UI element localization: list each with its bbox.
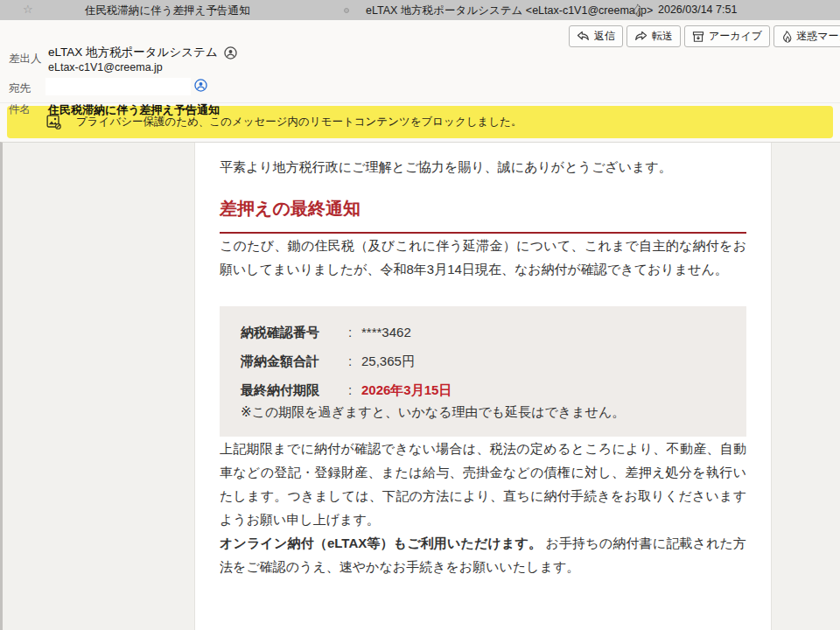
detail-row-amount: 滞納金額合計 : 25,365円 [241, 352, 725, 371]
archive-button[interactable]: アーカイブ [684, 25, 770, 47]
online-payment-bold: オンライン納付（eLTAX等）もご利用いただけます。 [220, 536, 542, 550]
thread-correspondent[interactable]: eLTAX 地方税ポータルシステム <eLtax-c1V1@creema.jp> [366, 4, 653, 18]
detail-colon: : [339, 381, 361, 400]
detail-label: 滞納金額合計 [241, 352, 339, 371]
forward-label: 転送 [652, 29, 673, 44]
reply-label: 返信 [594, 29, 615, 44]
notice-paragraph: このたび、鋤の住民税（及びこれに伴う延滞金）について、これまで自主的な納付をお願… [220, 234, 746, 281]
unread-dot-icon [344, 8, 349, 13]
deadline-note: ※この期限を過ぎますと、いかなる理由でも延長はできません。 [241, 402, 725, 423]
detail-colon: : [339, 323, 361, 342]
online-payment-paragraph: オンライン納付（eLTAX等）もご利用いただけます。 お手持ちの納付書に記載され… [220, 531, 746, 578]
email-content: 平素より地方税行政にご理解とご協力を賜り、誠にありがとうございます。 差押えの最… [194, 143, 772, 630]
message-actions: 返信 転送 アーカイブ 迷惑マークを付ける [569, 25, 840, 47]
star-icon[interactable]: ☆ [23, 3, 33, 16]
detail-row-confirmation-number: 納税確認番号 : ****3462 [241, 323, 725, 342]
forward-icon [634, 31, 648, 42]
message-header: 差出人 eLTAX 地方税ポータルシステム eLtax-c1V1@creema.… [0, 20, 840, 103]
payment-detail-box: 納税確認番号 : ****3462 滞納金額合計 : 25,365円 最終納付期… [220, 306, 746, 437]
subject-label: 件名 [9, 102, 31, 117]
reply-button[interactable]: 返信 [569, 25, 623, 47]
sender-name[interactable]: eLTAX 地方税ポータルシステム [48, 45, 237, 60]
sender-contact-icon[interactable] [224, 46, 237, 60]
sender-name-text: eLTAX 地方税ポータルシステム [48, 45, 218, 60]
detail-label: 納税確認番号 [241, 323, 339, 342]
reply-icon [577, 31, 590, 42]
thread-row[interactable]: ☆ 住民税滞納に伴う差押え予告通知 eLTAX 地方税ポータルシステム <eLt… [0, 0, 840, 20]
deadline-value: 2026年3月15日 [361, 381, 452, 400]
archive-label: アーカイブ [709, 29, 762, 44]
from-label: 差出人 [9, 52, 42, 66]
to-label: 宛先 [9, 81, 31, 96]
warning-paragraph: 上記期限までに納付が確認できない場合は、税法の定めるところにより、不動産、自動車… [220, 437, 746, 531]
detail-label: 最終納付期限 [241, 381, 339, 400]
detail-colon: : [339, 352, 361, 371]
recipient-field[interactable] [46, 78, 191, 95]
archive-icon [692, 31, 704, 43]
thread-date: 2026/03/14 7:51 [658, 4, 737, 16]
confirmation-number-value: ****3462 [361, 323, 411, 342]
junk-label: 迷惑マークを付ける [796, 29, 840, 44]
recipient-contact-icon[interactable] [194, 79, 207, 92]
subject-value: 住民税滞納に伴う差押え予告通知 [48, 102, 220, 118]
final-notice-heading: 差押えの最終通知 [220, 198, 746, 234]
detail-row-deadline: 最終納付期限 : 2026年3月15日 [241, 381, 725, 400]
junk-button[interactable]: 迷惑マークを付ける [774, 25, 840, 47]
greeting-paragraph: 平素より地方税行政にご理解とご協力を賜り、誠にありがとうございます。 [220, 155, 746, 178]
thread-subject[interactable]: 住民税滞納に伴う差押え予告通知 [85, 4, 249, 18]
sender-email[interactable]: eLtax-c1V1@creema.jp [48, 61, 163, 74]
junk-flame-icon [781, 31, 792, 43]
message-pane[interactable]: 平素より地方税行政にご理解とご協力を賜り、誠にありがとうございます。 差押えの最… [0, 142, 840, 630]
amount-value: 25,365円 [361, 352, 415, 371]
forward-button[interactable]: 転送 [626, 25, 681, 47]
junk-flame-icon[interactable] [632, 4, 643, 17]
